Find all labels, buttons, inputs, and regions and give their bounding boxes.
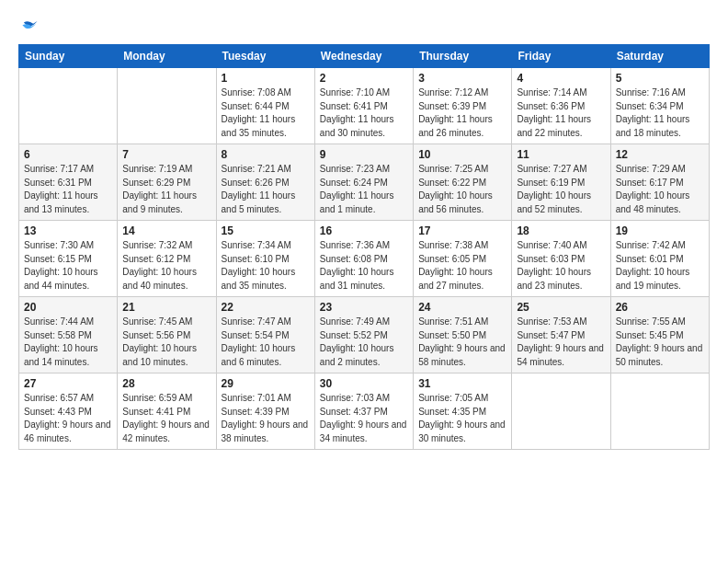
page-header	[18, 15, 710, 39]
day-number: 29	[222, 377, 310, 390]
day-number: 27	[24, 377, 112, 390]
day-info: Sunrise: 7:29 AM Sunset: 6:17 PM Dayligh…	[616, 163, 704, 216]
calendar-cell: 12Sunrise: 7:29 AM Sunset: 6:17 PM Dayli…	[610, 144, 709, 221]
day-info: Sunrise: 7:23 AM Sunset: 6:24 PM Dayligh…	[320, 163, 408, 216]
day-info: Sunrise: 7:42 AM Sunset: 6:01 PM Dayligh…	[616, 239, 704, 293]
logo	[18, 18, 42, 39]
calendar-cell: 3Sunrise: 7:12 AM Sunset: 6:39 PM Daylig…	[414, 68, 512, 144]
weekday-header: Sunday	[19, 45, 118, 68]
logo-icon	[18, 18, 39, 39]
day-info: Sunrise: 7:40 AM Sunset: 6:03 PM Dayligh…	[517, 239, 605, 293]
calendar-cell: 1Sunrise: 7:08 AM Sunset: 6:44 PM Daylig…	[216, 68, 314, 144]
calendar-cell: 23Sunrise: 7:49 AM Sunset: 5:52 PM Dayli…	[314, 297, 413, 373]
calendar-cell	[19, 68, 118, 144]
weekday-header: Wednesday	[314, 45, 413, 68]
day-number: 8	[222, 148, 310, 161]
calendar-cell	[610, 373, 709, 450]
day-number: 15	[222, 224, 310, 237]
day-number: 17	[418, 224, 506, 237]
day-number: 21	[122, 301, 210, 314]
day-info: Sunrise: 7:17 AM Sunset: 6:31 PM Dayligh…	[24, 163, 112, 216]
calendar-cell: 30Sunrise: 7:03 AM Sunset: 4:37 PM Dayli…	[314, 373, 413, 450]
day-number: 16	[320, 224, 408, 237]
day-number: 14	[122, 224, 210, 237]
calendar-cell: 18Sunrise: 7:40 AM Sunset: 6:03 PM Dayli…	[512, 221, 610, 297]
calendar-header: SundayMondayTuesdayWednesdayThursdayFrid…	[19, 45, 710, 68]
calendar-cell: 5Sunrise: 7:16 AM Sunset: 6:34 PM Daylig…	[610, 68, 709, 144]
calendar-cell	[118, 68, 216, 144]
day-info: Sunrise: 7:47 AM Sunset: 5:54 PM Dayligh…	[222, 316, 310, 369]
weekday-header: Saturday	[610, 45, 709, 68]
day-number: 31	[418, 377, 506, 390]
calendar-cell: 28Sunrise: 6:59 AM Sunset: 4:41 PM Dayli…	[118, 373, 216, 450]
calendar-cell	[512, 373, 610, 450]
calendar-body: 1Sunrise: 7:08 AM Sunset: 6:44 PM Daylig…	[19, 68, 710, 450]
day-number: 1	[222, 72, 310, 85]
day-info: Sunrise: 7:08 AM Sunset: 6:44 PM Dayligh…	[222, 86, 310, 140]
day-number: 4	[517, 72, 605, 85]
day-info: Sunrise: 7:21 AM Sunset: 6:26 PM Dayligh…	[222, 163, 310, 216]
day-number: 20	[24, 301, 112, 314]
calendar-cell: 21Sunrise: 7:45 AM Sunset: 5:56 PM Dayli…	[118, 297, 216, 373]
calendar-cell: 19Sunrise: 7:42 AM Sunset: 6:01 PM Dayli…	[610, 221, 709, 297]
day-number: 23	[320, 301, 408, 314]
calendar-week-row: 20Sunrise: 7:44 AM Sunset: 5:58 PM Dayli…	[19, 297, 710, 373]
day-info: Sunrise: 7:30 AM Sunset: 6:15 PM Dayligh…	[24, 239, 112, 293]
calendar-week-row: 27Sunrise: 6:57 AM Sunset: 4:43 PM Dayli…	[19, 373, 710, 450]
day-info: Sunrise: 7:55 AM Sunset: 5:45 PM Dayligh…	[616, 316, 704, 369]
day-info: Sunrise: 6:59 AM Sunset: 4:41 PM Dayligh…	[122, 392, 210, 445]
calendar-week-row: 6Sunrise: 7:17 AM Sunset: 6:31 PM Daylig…	[19, 144, 710, 221]
calendar-cell: 31Sunrise: 7:05 AM Sunset: 4:35 PM Dayli…	[414, 373, 512, 450]
day-info: Sunrise: 7:53 AM Sunset: 5:47 PM Dayligh…	[517, 316, 605, 369]
day-info: Sunrise: 6:57 AM Sunset: 4:43 PM Dayligh…	[24, 392, 112, 445]
day-info: Sunrise: 7:12 AM Sunset: 6:39 PM Dayligh…	[418, 86, 506, 140]
day-number: 11	[517, 148, 605, 161]
day-number: 28	[122, 377, 210, 390]
calendar-cell: 25Sunrise: 7:53 AM Sunset: 5:47 PM Dayli…	[512, 297, 610, 373]
day-info: Sunrise: 7:34 AM Sunset: 6:10 PM Dayligh…	[222, 239, 310, 293]
calendar-cell: 2Sunrise: 7:10 AM Sunset: 6:41 PM Daylig…	[314, 68, 413, 144]
day-info: Sunrise: 7:10 AM Sunset: 6:41 PM Dayligh…	[320, 86, 408, 140]
weekday-row: SundayMondayTuesdayWednesdayThursdayFrid…	[19, 45, 710, 68]
day-info: Sunrise: 7:05 AM Sunset: 4:35 PM Dayligh…	[418, 392, 506, 445]
calendar-cell: 13Sunrise: 7:30 AM Sunset: 6:15 PM Dayli…	[19, 221, 118, 297]
day-info: Sunrise: 7:01 AM Sunset: 4:39 PM Dayligh…	[222, 392, 310, 445]
day-info: Sunrise: 7:16 AM Sunset: 6:34 PM Dayligh…	[616, 86, 704, 140]
day-info: Sunrise: 7:38 AM Sunset: 6:05 PM Dayligh…	[418, 239, 506, 293]
calendar-cell: 10Sunrise: 7:25 AM Sunset: 6:22 PM Dayli…	[414, 144, 512, 221]
calendar-table: SundayMondayTuesdayWednesdayThursdayFrid…	[18, 44, 710, 450]
day-number: 10	[418, 148, 506, 161]
day-number: 30	[320, 377, 408, 390]
weekday-header: Friday	[512, 45, 610, 68]
day-info: Sunrise: 7:27 AM Sunset: 6:19 PM Dayligh…	[517, 163, 605, 216]
calendar-cell: 26Sunrise: 7:55 AM Sunset: 5:45 PM Dayli…	[610, 297, 709, 373]
day-number: 9	[320, 148, 408, 161]
calendar-cell: 20Sunrise: 7:44 AM Sunset: 5:58 PM Dayli…	[19, 297, 118, 373]
day-number: 22	[222, 301, 310, 314]
day-number: 12	[616, 148, 704, 161]
calendar-cell: 8Sunrise: 7:21 AM Sunset: 6:26 PM Daylig…	[216, 144, 314, 221]
calendar-cell: 11Sunrise: 7:27 AM Sunset: 6:19 PM Dayli…	[512, 144, 610, 221]
day-number: 24	[418, 301, 506, 314]
calendar-cell: 24Sunrise: 7:51 AM Sunset: 5:50 PM Dayli…	[414, 297, 512, 373]
weekday-header: Tuesday	[216, 45, 314, 68]
day-number: 26	[616, 301, 704, 314]
day-info: Sunrise: 7:14 AM Sunset: 6:36 PM Dayligh…	[517, 86, 605, 140]
calendar-week-row: 13Sunrise: 7:30 AM Sunset: 6:15 PM Dayli…	[19, 221, 710, 297]
calendar-cell: 16Sunrise: 7:36 AM Sunset: 6:08 PM Dayli…	[314, 221, 413, 297]
calendar-cell: 14Sunrise: 7:32 AM Sunset: 6:12 PM Dayli…	[118, 221, 216, 297]
calendar-cell: 15Sunrise: 7:34 AM Sunset: 6:10 PM Dayli…	[216, 221, 314, 297]
day-info: Sunrise: 7:32 AM Sunset: 6:12 PM Dayligh…	[122, 239, 210, 293]
day-info: Sunrise: 7:51 AM Sunset: 5:50 PM Dayligh…	[418, 316, 506, 369]
day-number: 19	[616, 224, 704, 237]
day-number: 3	[418, 72, 506, 85]
weekday-header: Monday	[118, 45, 216, 68]
calendar-cell: 4Sunrise: 7:14 AM Sunset: 6:36 PM Daylig…	[512, 68, 610, 144]
calendar-cell: 7Sunrise: 7:19 AM Sunset: 6:29 PM Daylig…	[118, 144, 216, 221]
day-number: 7	[122, 148, 210, 161]
day-number: 25	[517, 301, 605, 314]
day-number: 5	[616, 72, 704, 85]
day-info: Sunrise: 7:25 AM Sunset: 6:22 PM Dayligh…	[418, 163, 506, 216]
day-info: Sunrise: 7:19 AM Sunset: 6:29 PM Dayligh…	[122, 163, 210, 216]
day-number: 13	[24, 224, 112, 237]
